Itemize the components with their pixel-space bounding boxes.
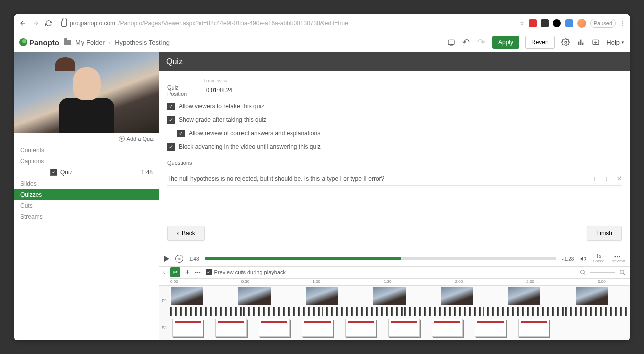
forward-button[interactable]: [31, 19, 40, 28]
tab-cuts[interactable]: Cuts: [14, 200, 159, 211]
slide-thumbnail: [302, 319, 333, 337]
remaining-time: -1:28: [562, 256, 574, 262]
breadcrumb-separator: ›: [109, 39, 111, 46]
redo-button[interactable]: ↷: [477, 38, 486, 47]
reload-button[interactable]: [44, 19, 53, 28]
cut-tool-button[interactable]: ✂: [170, 267, 180, 277]
ruler-tick: 3:00: [598, 279, 606, 284]
chrome-menu-icon[interactable]: ⋮: [620, 20, 626, 27]
capture-icon[interactable]: [447, 38, 456, 47]
tab-captions[interactable]: Captions: [14, 156, 159, 167]
zoom-slider[interactable]: [590, 272, 615, 273]
stats-icon[interactable]: [576, 38, 585, 47]
move-down-icon[interactable]: ↓: [605, 175, 608, 182]
option-show-grade[interactable]: ✓Show grade after taking this quiz: [167, 116, 622, 124]
add-stream-icon[interactable]: +: [185, 268, 190, 277]
add-quiz-button[interactable]: + Add a Quiz: [119, 136, 154, 142]
primary-video-preview[interactable]: [14, 52, 159, 133]
finish-button[interactable]: Finish: [587, 226, 622, 241]
current-time: 1:48: [189, 256, 199, 262]
video-thumbnail: [306, 287, 338, 305]
undo-button[interactable]: ↶: [462, 38, 471, 47]
tab-quizzes[interactable]: Quizzes: [14, 189, 159, 200]
checkbox-icon: ✓: [177, 130, 185, 137]
zoom-in-icon[interactable]: [619, 269, 626, 276]
timeline-toolbar: ‹ ✂ + ••• ✓ Preview cuts during playback: [159, 266, 630, 278]
address-bar[interactable]: pro.panopto.com/Panopto/Pages/Viewer.asp…: [57, 20, 515, 27]
preview-cuts-checkbox[interactable]: ✓ Preview cuts during playback: [206, 269, 286, 275]
folder-link[interactable]: My Folder: [75, 39, 105, 46]
tab-contents[interactable]: Contents: [14, 145, 159, 156]
checkbox-icon: ✓: [167, 116, 175, 124]
quiz-list-item[interactable]: ✓Quiz 1:48: [14, 167, 159, 178]
quiz-position-input[interactable]: [204, 85, 267, 95]
tab-streams[interactable]: Streams: [14, 211, 159, 222]
secondary-track[interactable]: S1: [159, 316, 630, 340]
play-button[interactable]: [164, 256, 169, 262]
question-row[interactable]: The null hypothesis is no rejected, but …: [167, 172, 622, 186]
collapse-timeline-icon[interactable]: ‹: [163, 269, 165, 275]
quiz-editor-header: Quiz: [159, 52, 630, 71]
progress-bar[interactable]: [205, 257, 556, 260]
track-label-s1: S1: [159, 316, 170, 340]
chrome-toolbar: pro.panopto.com/Panopto/Pages/Viewer.asp…: [14, 14, 630, 33]
move-up-icon[interactable]: ↑: [593, 175, 596, 182]
timeline-ruler[interactable]: 0:00 0:30 1:00 1:30 2:00 2:30 3:00: [170, 278, 630, 285]
delete-icon[interactable]: ✕: [617, 175, 622, 182]
star-icon[interactable]: ☆: [519, 20, 525, 27]
extension-icon[interactable]: [529, 19, 537, 27]
checkbox-icon: ✓: [167, 143, 175, 151]
tab-slides[interactable]: Slides: [14, 178, 159, 189]
quiz-footer-buttons: ‹Back Finish: [167, 220, 622, 245]
ruler-tick: 0:00: [170, 279, 178, 284]
option-review[interactable]: ✓Allow review of correct answers and exp…: [177, 130, 622, 137]
video-thumbnail: [576, 287, 608, 305]
svg-rect-2: [578, 42, 580, 45]
slide-thumbnail: [475, 319, 506, 337]
url-path: /Panopto/Pages/Viewer.aspx?id=82c44e9f-0…: [118, 20, 348, 27]
slide-thumbnail: [259, 319, 290, 337]
share-icon[interactable]: [591, 38, 600, 47]
back-button[interactable]: ‹Back: [167, 226, 205, 241]
folder-icon[interactable]: [64, 40, 71, 45]
back-button[interactable]: [18, 19, 27, 28]
position-hint: h:mm:ss.ss: [204, 78, 622, 83]
rewind-10-button[interactable]: 10: [175, 255, 183, 263]
svg-rect-4: [582, 43, 584, 45]
panopto-logo[interactable]: Panopto: [19, 38, 59, 47]
extension-icon[interactable]: [541, 19, 549, 27]
extension-icon[interactable]: [553, 19, 561, 27]
svg-rect-3: [580, 40, 582, 45]
audio-waveform: [170, 307, 630, 316]
ruler-tick: 2:00: [455, 279, 463, 284]
breadcrumb-title[interactable]: Hypothesis Testing: [115, 39, 170, 46]
ruler-tick: 1:30: [384, 279, 392, 284]
revert-button[interactable]: Revert: [525, 36, 555, 49]
lock-icon: [61, 21, 67, 27]
quiz-position-label: Quiz Position: [167, 84, 198, 97]
checkbox-icon: ✓: [167, 103, 175, 110]
slide-thumbnail: [215, 319, 247, 337]
help-menu[interactable]: Help▼: [606, 39, 625, 46]
side-tabs: Contents Captions ✓Quiz 1:48 Slides Quiz…: [14, 145, 159, 222]
extension-icon[interactable]: [565, 19, 573, 27]
option-block-advance[interactable]: ✓Block advancing in the video until answ…: [167, 143, 622, 151]
question-actions: ↑ ↓ ✕: [593, 175, 622, 182]
playhead[interactable]: [428, 286, 428, 316]
more-tools-icon[interactable]: •••: [195, 269, 201, 275]
preview-label: Preview: [611, 259, 625, 263]
ruler-tick: 0:30: [242, 279, 250, 284]
playhead[interactable]: [428, 316, 428, 340]
timeline: 0:00 0:30 1:00 1:30 2:00 2:30 3:00 P1: [159, 278, 630, 340]
apply-button[interactable]: Apply: [492, 36, 519, 49]
breadcrumb: My Folder › Hypothesis Testing: [64, 39, 170, 46]
profile-paused-badge: Paused: [590, 19, 616, 28]
slide-thumbnail: [172, 319, 203, 337]
primary-track[interactable]: P1: [159, 285, 630, 316]
volume-icon[interactable]: [580, 255, 587, 262]
option-retake[interactable]: ✓Allow viewers to retake this quiz: [167, 103, 622, 110]
app-toolbar: Panopto My Folder › Hypothesis Testing ↶…: [14, 33, 630, 52]
settings-icon[interactable]: [561, 38, 570, 47]
profile-avatar[interactable]: [577, 19, 586, 28]
zoom-out-icon[interactable]: [580, 269, 586, 276]
